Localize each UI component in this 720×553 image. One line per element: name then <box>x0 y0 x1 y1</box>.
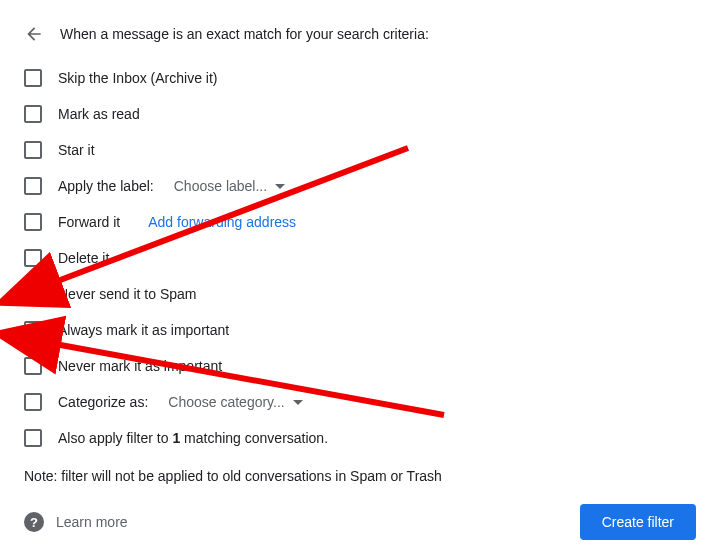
delete-checkbox[interactable] <box>24 249 42 267</box>
choose-label-dropdown[interactable]: Choose label... <box>174 178 285 194</box>
chevron-down-icon <box>275 184 285 189</box>
note-text: Note: filter will not be applied to old … <box>24 468 696 484</box>
choose-category-text: Choose category... <box>168 394 284 410</box>
star-checkbox[interactable] <box>24 141 42 159</box>
mark-read-label: Mark as read <box>58 106 140 122</box>
chevron-down-icon <box>293 400 303 405</box>
apply-label-checkbox[interactable] <box>24 177 42 195</box>
delete-label: Delete it <box>58 250 109 266</box>
back-button[interactable] <box>24 24 44 44</box>
checkmark-icon <box>25 322 41 338</box>
add-forwarding-link[interactable]: Add forwarding address <box>148 214 296 230</box>
help-icon: ? <box>24 512 44 532</box>
never-important-checkbox[interactable] <box>24 357 42 375</box>
page-title: When a message is an exact match for you… <box>60 26 429 42</box>
also-apply-label: Also apply filter to 1 matching conversa… <box>58 430 328 446</box>
categorize-label: Categorize as: <box>58 394 148 410</box>
learn-more-link[interactable]: ? Learn more <box>24 512 128 532</box>
choose-label-text: Choose label... <box>174 178 267 194</box>
mark-important-label: Always mark it as important <box>58 322 229 338</box>
forward-checkbox[interactable] <box>24 213 42 231</box>
never-spam-checkbox[interactable] <box>24 285 42 303</box>
mark-important-checkbox[interactable] <box>24 321 42 339</box>
star-label: Star it <box>58 142 95 158</box>
choose-category-dropdown[interactable]: Choose category... <box>168 394 302 410</box>
never-important-label: Never mark it as important <box>58 358 222 374</box>
checkmark-icon <box>25 286 41 302</box>
arrow-left-icon <box>24 24 44 44</box>
skip-inbox-checkbox[interactable] <box>24 69 42 87</box>
forward-label: Forward it <box>58 214 120 230</box>
apply-label-label: Apply the label: <box>58 178 154 194</box>
categorize-checkbox[interactable] <box>24 393 42 411</box>
skip-inbox-label: Skip the Inbox (Archive it) <box>58 70 218 86</box>
also-apply-checkbox[interactable] <box>24 429 42 447</box>
create-filter-button[interactable]: Create filter <box>580 504 696 540</box>
never-spam-label: Never send it to Spam <box>58 286 197 302</box>
mark-read-checkbox[interactable] <box>24 105 42 123</box>
learn-more-text: Learn more <box>56 514 128 530</box>
